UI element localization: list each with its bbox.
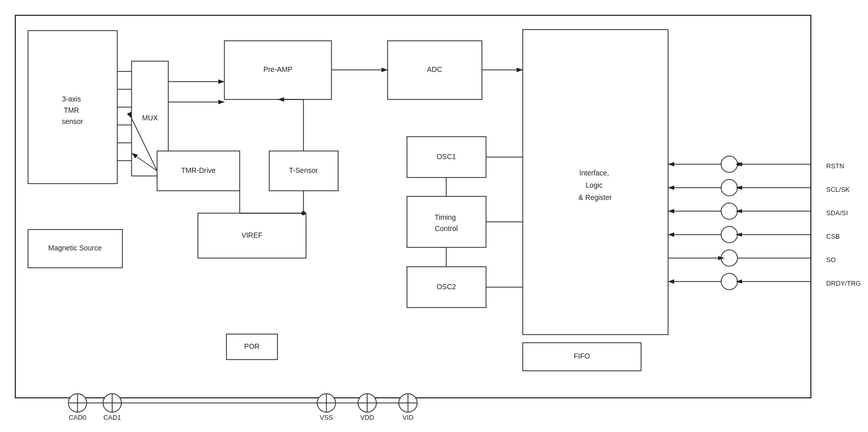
rstn-label: RSTN [826,162,844,170]
csb-circle [721,226,737,243]
drdytrg-circle [721,273,737,290]
csb-label: CSB [826,233,840,240]
sdasi-circle [721,203,737,219]
por-label: POR [244,342,260,350]
mux-label: MUX [142,114,158,122]
preamp-label: Pre-AMP [264,65,293,73]
tmr-drive-label: TMR-Drive [181,166,216,174]
tsensor-label: T-Sensor [289,166,318,174]
rstn-circle [721,156,737,172]
osc1-label: OSC1 [437,153,456,161]
diagram-container: 3-axis TMR sensor MUX Pre-AMP ADC T-Sens… [0,0,868,432]
cad1-label: CAD1 [104,414,121,421]
timing-control-block [407,196,486,247]
magnetic-source-label: Magnetic Source [48,244,101,252]
so-label: SO [826,256,836,264]
sensor-label: 3-axis TMR sensor [62,95,83,125]
osc2-label: OSC2 [437,283,456,291]
viref-label: VIREF [241,231,262,239]
sclsk-circle [721,180,737,196]
sdasi-label: SDA/SI [826,209,848,217]
vss-label: VSS [320,414,333,421]
drdytrg-label: DRDY/TRG [826,279,861,287]
sclsk-label: SCL/SK [826,186,850,193]
adc-label: ADC [427,65,442,73]
vid-label: VID [402,414,414,421]
vdd-label: VDD [360,414,374,421]
fifo-label: FIFO [574,352,590,360]
cad0-label: CAD0 [69,414,87,421]
